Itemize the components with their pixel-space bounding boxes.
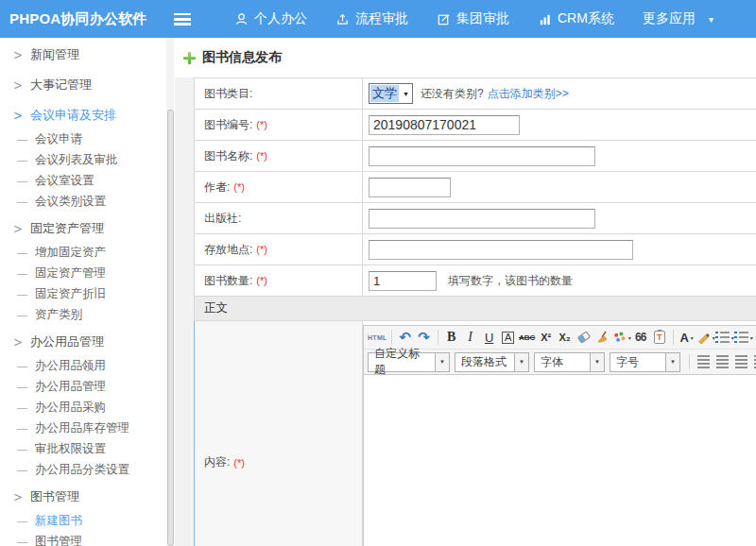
chevron-down-icon: ▾	[691, 334, 694, 341]
nav-group-approval[interactable]: 集团审批	[437, 10, 509, 27]
sidebar-item-book-manage[interactable]: — 图书管理	[0, 531, 175, 546]
italic-button[interactable]: I	[461, 328, 480, 347]
sidebar-section-fixed-assets[interactable]: > 固定资产管理	[0, 215, 175, 242]
strikethrough-button[interactable]: ABC	[518, 328, 537, 347]
auto-typeset-button[interactable]: ▾	[612, 328, 631, 347]
bar-chart-icon	[538, 12, 552, 26]
marker-pen-icon	[696, 331, 711, 345]
redo-button[interactable]: ↷	[415, 328, 434, 347]
sidebar-item-supplies-classification[interactable]: — 办公用品分类设置	[0, 459, 175, 480]
sidebar: > 新闻管理 > 大事记管理 > 会议申请及安排 — 会议申请 — 会议列表及审…	[0, 38, 175, 546]
nav-crm-system[interactable]: CRM系统	[538, 10, 614, 27]
sidebar-item-meeting-category[interactable]: — 会议类别设置	[0, 191, 175, 212]
blockquote-button[interactable]: 66	[631, 328, 650, 347]
field-label: 内容:	[204, 454, 230, 470]
add-icon	[183, 52, 196, 64]
category-select[interactable]: 文学 ▼	[369, 83, 413, 104]
add-category-link[interactable]: 点击添加类别>>	[488, 86, 569, 102]
font-family-select[interactable]: 字体 ▼	[534, 352, 605, 372]
chevron-right-icon: >	[13, 221, 23, 236]
category-hint: 还没有类别?	[421, 86, 484, 102]
required-mark: (*)	[256, 244, 267, 255]
quantity-hint: 填写数字，该图书的数量	[448, 273, 573, 289]
bold-button[interactable]: B	[442, 328, 461, 347]
book-number-input[interactable]	[369, 115, 520, 135]
required-mark: (*)	[233, 457, 245, 469]
sidebar-section-news[interactable]: > 新闻管理	[0, 42, 175, 68]
sidebar-item-meeting-apply[interactable]: — 会议申请	[0, 128, 175, 149]
sidebar-section-meeting[interactable]: > 会议申请及安排	[0, 102, 175, 128]
font-size-select[interactable]: 字号 ▼	[610, 352, 680, 372]
align-center-icon	[716, 355, 729, 368]
ordered-list-icon	[715, 332, 730, 344]
paste-button[interactable]: T	[650, 328, 669, 347]
page-title-bar: 图书信息发布	[175, 38, 756, 77]
broom-icon	[595, 330, 610, 345]
form-row-book-number: 图书编号: (*)	[194, 110, 756, 141]
book-form: 图书类目: 文学 ▼ 还没有类别? 点击添加类别>> 图书编号: (*)	[194, 77, 756, 546]
sidebar-item-add-asset[interactable]: — 增加固定资产	[0, 242, 175, 263]
sidebar-item-meeting-list[interactable]: — 会议列表及审批	[0, 149, 175, 170]
chevron-right-icon: >	[13, 334, 23, 350]
justify-button[interactable]	[750, 352, 756, 371]
form-row-location: 存放地点: (*)	[194, 234, 756, 265]
align-left-button[interactable]	[694, 352, 713, 371]
unordered-list-button[interactable]: ▾	[734, 328, 753, 347]
required-mark: (*)	[233, 181, 245, 193]
undo-button[interactable]: ↶	[396, 328, 415, 347]
align-right-button[interactable]	[731, 352, 750, 371]
quantity-input[interactable]	[369, 271, 437, 291]
format-painter-button[interactable]	[593, 328, 612, 347]
chevron-right-icon: >	[13, 108, 23, 123]
sidebar-item-asset-category[interactable]: — 资产类别	[0, 304, 175, 325]
author-input[interactable]	[369, 178, 451, 197]
main-content: 图书信息发布 图书类目: 文学 ▼ 还没有类别? 点击添加类别>> 图书编号: …	[175, 38, 756, 546]
hamburger-menu-icon[interactable]	[174, 13, 191, 26]
subscript-button[interactable]: X₂	[556, 328, 575, 347]
book-name-input[interactable]	[369, 146, 595, 166]
sidebar-item-supplies-manage[interactable]: — 办公用品管理	[0, 376, 175, 397]
html-source-button[interactable]: HTML	[368, 328, 387, 347]
select-caret-icon: ▼	[403, 91, 409, 97]
sidebar-item-supplies-inventory[interactable]: — 办公用品库存管理	[0, 418, 175, 438]
form-row-publisher: 出版社:	[194, 203, 756, 234]
superscript-button[interactable]: X²	[537, 328, 556, 347]
form-row-category: 图书类目: 文学 ▼ 还没有类别? 点击添加类别>>	[194, 78, 756, 110]
highlight-color-button[interactable]: ▾	[696, 328, 715, 347]
nav-more-apps[interactable]: 更多应用 ▾	[643, 10, 713, 27]
underline-button[interactable]: U	[480, 328, 499, 347]
nav-workflow-approval[interactable]: 流程审批	[335, 10, 408, 27]
clipboard-icon: T	[654, 331, 665, 344]
field-label: 作者:	[204, 179, 230, 196]
sidebar-scrollbar-thumb[interactable]	[167, 110, 174, 546]
sidebar-item-asset-depreciation[interactable]: — 固定资产折旧	[0, 283, 175, 304]
field-label: 图书数量:	[204, 273, 252, 289]
paragraph-format-select[interactable]: 段落格式 ▼	[455, 352, 529, 372]
form-row-quantity: 图书数量: (*) 填写数字，该图书的数量	[194, 265, 756, 297]
sidebar-section-memorabilia[interactable]: > 大事记管理	[0, 72, 175, 98]
select-caret-icon: ▼	[514, 353, 528, 371]
sidebar-item-asset-manage[interactable]: — 固定资产管理	[0, 263, 175, 283]
category-selected-value: 文学	[370, 85, 399, 102]
nav-personal-office[interactable]: 个人办公	[234, 10, 307, 27]
sidebar-item-supplies-purchase[interactable]: — 办公用品采购	[0, 397, 175, 418]
char-border-button[interactable]: A	[499, 328, 518, 347]
chevron-right-icon: >	[13, 47, 23, 62]
sidebar-section-office-supplies[interactable]: > 办公用品管理	[0, 329, 175, 355]
align-right-icon	[735, 355, 747, 368]
publisher-input[interactable]	[369, 209, 595, 229]
font-color-button[interactable]: A ▾	[678, 328, 696, 347]
ordered-list-button[interactable]: ▾	[715, 328, 734, 347]
sidebar-section-books[interactable]: > 图书管理	[0, 484, 175, 510]
sidebar-item-meeting-room[interactable]: — 会议室设置	[0, 170, 175, 191]
sidebar-item-supplies-claim[interactable]: — 办公用品领用	[0, 355, 175, 376]
editor-content-area[interactable]	[364, 375, 756, 546]
sidebar-item-new-book[interactable]: — 新建图书	[0, 510, 175, 531]
field-label: 图书编号:	[204, 117, 252, 133]
app-brand: PHPOA协同办公软件	[0, 10, 163, 28]
remove-format-button[interactable]	[575, 328, 593, 347]
location-input[interactable]	[369, 240, 633, 260]
sidebar-item-approval-permission[interactable]: — 审批权限设置	[0, 438, 175, 459]
align-center-button[interactable]	[713, 352, 731, 371]
custom-title-select[interactable]: 自定义标题 ▼	[368, 352, 450, 372]
